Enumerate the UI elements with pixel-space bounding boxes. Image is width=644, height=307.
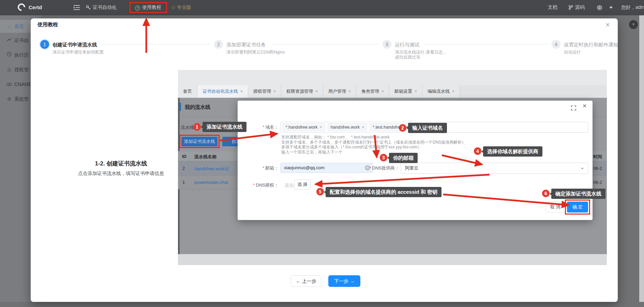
cell-id: 2 — [182, 166, 185, 171]
domain-tag: *.handsfree.work× — [283, 123, 325, 131]
panel-title: 我的流水线 — [185, 104, 210, 111]
docs-label: 文档 — [548, 4, 557, 10]
tab-close-icon[interactable]: × — [273, 85, 276, 98]
tab-authorization[interactable]: 授权管理× — [248, 85, 281, 98]
sidebar-item-label: 系统管 — [14, 92, 29, 105]
tab-email-settings[interactable]: 邮箱设置× — [389, 85, 422, 98]
dns-provider-value: 阿里云 — [405, 165, 418, 171]
step-badge-1: 1 — [193, 123, 201, 131]
tab-roles[interactable]: 角色管理× — [356, 85, 389, 98]
domain-tag: handsfree.work× — [328, 123, 367, 131]
col-id: ID — [182, 154, 186, 159]
tab-close-icon[interactable]: × — [240, 85, 243, 98]
sidebar-item-label: 首页 — [14, 20, 24, 33]
chevron-down-icon — [581, 168, 584, 170]
nav-item-tutorial[interactable]: ?使用教程 — [135, 4, 161, 11]
sidebar-item-label: 执行历 — [14, 48, 29, 61]
tooltip-2: 输入证书域名 — [408, 123, 447, 133]
email-field-label: *邮箱： — [247, 165, 279, 171]
tab-cert-pipeline[interactable]: 证书自动化流水线× — [197, 85, 248, 98]
tab-label: 邮箱设置 — [394, 85, 412, 98]
tab-label: 权限资源管理 — [286, 85, 313, 98]
screenshot-footer-strip — [178, 254, 607, 265]
key-icon — [86, 5, 91, 10]
tab-close-icon[interactable]: × — [381, 85, 384, 98]
add-pipeline-button[interactable]: 添加证书流水线 — [181, 137, 218, 146]
tab-close-icon[interactable]: × — [348, 85, 351, 98]
next-step-button[interactable]: 下一步 → — [328, 275, 360, 287]
step-connector — [423, 44, 548, 44]
tag-remove-icon[interactable]: × — [362, 125, 364, 130]
tab-label: 首页 — [183, 85, 192, 98]
col-time: 时间 — [593, 154, 602, 160]
tab-label: 角色管理 — [361, 85, 379, 98]
page-scrollbar[interactable] — [639, 15, 644, 302]
certd-logo-icon — [16, 2, 27, 12]
domain-help-text: 支持通配符域名，例如： *.foo.com 、 *.test.handsfree… — [281, 135, 466, 155]
dns-provider-label: *DNS提供商： — [358, 165, 399, 171]
git-branch-icon — [569, 5, 573, 10]
home-icon: ⌂ — [6, 20, 13, 33]
tab-close-icon[interactable]: × — [315, 85, 318, 98]
nav-item-pro-version[interactable]: ◇专业版 — [171, 4, 191, 11]
sidebar-item-label: 授权管 — [14, 63, 29, 76]
language-globe-button[interactable] — [597, 5, 602, 12]
nav-item-docs[interactable]: 文档 — [548, 4, 557, 11]
domain-field-label: *域名： — [247, 124, 279, 130]
tag-remove-icon[interactable]: × — [320, 125, 322, 130]
dialog-close-icon[interactable]: × — [583, 102, 587, 110]
help-line: 多级子域名要分成多个域名输入（*.foo.com的证书不能用于xxx.yyy.f… — [281, 145, 466, 150]
menu-collapse-icon — [74, 5, 80, 10]
nav-item-label: 使用教程 — [142, 4, 161, 10]
link-icon — [6, 78, 13, 91]
tooltip-3: 你的邮箱 — [389, 153, 418, 163]
tab-edit-pipeline[interactable]: 编辑流水线× — [422, 85, 460, 98]
dns-auth-choose-button[interactable]: 选 择 — [294, 179, 311, 190]
confirm-button[interactable]: 确 定 — [567, 202, 588, 213]
sidebar-collapse-button[interactable] — [74, 5, 80, 11]
user-greeting[interactable]: 您好，admin — [621, 4, 644, 11]
tab-permission[interactable]: 权限资源管理× — [281, 85, 323, 98]
sparkles-icon: ✦ — [609, 4, 613, 10]
modal-close-icon[interactable]: × — [605, 20, 610, 29]
tab-close-icon[interactable]: × — [452, 85, 454, 98]
fullscreen-icon[interactable] — [571, 105, 576, 111]
tab-users[interactable]: 用户管理× — [323, 85, 356, 98]
target-icon: ◎ — [6, 63, 13, 76]
tab-home[interactable]: 首页 — [178, 85, 197, 98]
tab-close-icon[interactable]: × — [415, 85, 417, 98]
question-circle-icon: ? — [135, 5, 140, 11]
tooltip-4: 选择你域名解析提供商 — [483, 146, 542, 157]
globe-icon — [597, 5, 602, 11]
dns-provider-select[interactable]: 阿里云 — [401, 163, 588, 174]
modal-title: 使用教程 — [38, 21, 58, 28]
source-label: 源码 — [575, 4, 585, 10]
step-desc-4: 自动运行 — [564, 50, 608, 55]
step-title-3: 运行与测试 — [395, 42, 420, 48]
step-badge-2: 2 — [399, 124, 406, 132]
cancel-button[interactable]: 取 消 — [545, 202, 565, 213]
step-badge-5: 5 — [316, 188, 324, 195]
tab-label: 证书自动化流水线 — [203, 85, 238, 98]
close-all-tabs-button[interactable]: × — [629, 20, 638, 29]
pipeline-link[interactable]: powerleader.chat — [194, 180, 228, 185]
tooltip-1: 添加证书流水线 — [203, 122, 246, 132]
step-title-1: 创建证书申请流水线 — [53, 42, 97, 48]
email-value: xiaojunnuo@qq.com — [284, 165, 325, 170]
prev-step-button[interactable]: ← 上一步 — [291, 275, 321, 287]
nav-item-source[interactable]: 源码 — [569, 4, 585, 11]
step-indicator-2: 2 — [214, 40, 223, 49]
panel-accent-bar — [180, 103, 181, 111]
step-connector — [102, 44, 211, 44]
cell-time: 06-2 — [593, 180, 602, 185]
pipeline-link[interactable]: handsfree.work证 — [194, 166, 229, 172]
col-name: 流水线名称 — [194, 154, 216, 160]
nav-item-label: 证书自动化 — [93, 4, 117, 10]
chart-line-icon — [6, 34, 13, 47]
gear-icon: ⚙ — [6, 92, 13, 105]
tooltip-6: 确定添加证书流水线 — [551, 189, 605, 199]
nav-item-cert-automation[interactable]: 证书自动化 — [86, 4, 117, 11]
step-title-2: 添加部署证书任务 — [226, 42, 266, 48]
theme-toggle-button[interactable]: ✦ — [609, 4, 613, 11]
app-root: Certd 证书自动化 ?使用教程 ◇专业版 文档 — [0, 0, 644, 307]
